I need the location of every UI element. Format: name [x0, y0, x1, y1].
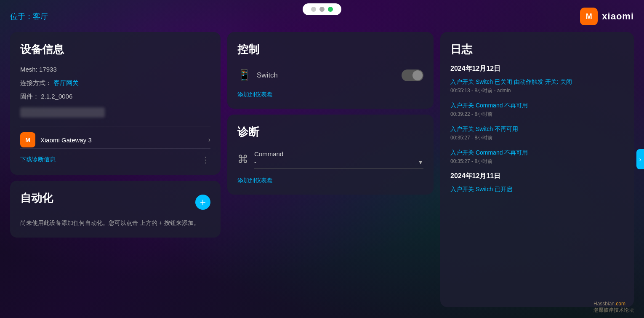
log-entry-2-meta: 00:39:22 - 8小时前	[450, 111, 624, 118]
device-info-card: 设备信息 Mesh: 17933 连接方式： 客厅网关 固件： 2.1.2_00…	[10, 32, 221, 175]
log-entry-2: 入户开关 Command 不再可用 00:39:22 - 8小时前	[450, 101, 624, 118]
log-entry-3: 入户开关 Switch 不再可用 00:35:27 - 8小时前	[450, 125, 624, 142]
device-info-title: 设备信息	[20, 42, 210, 57]
log-entry-5-text[interactable]: 入户开关 Switch 已开启	[450, 185, 624, 194]
brand-name: xiaomi	[602, 11, 634, 22]
watermark-sub: 瀚愿彼岸技术论坛	[593, 307, 634, 313]
automation-description: 尚未使用此设备添加任何自动化。您可以点击 上方的 + 按钮来添加。	[20, 218, 210, 227]
chevron-right-icon: ›	[208, 136, 210, 144]
add-to-dashboard-diag-button[interactable]: 添加到仪表盘	[237, 172, 423, 184]
switch-label: Switch	[257, 71, 278, 80]
side-handle-button[interactable]: ›	[636, 149, 644, 169]
mesh-id-row: Mesh: 17933	[20, 64, 210, 75]
log-card: 日志 2024年12月12日 入户开关 Switch 已关闭 由动作触发 开关:…	[440, 32, 634, 307]
command-value: -	[254, 158, 256, 166]
add-to-dashboard-button[interactable]: 添加到仪表盘	[237, 86, 423, 99]
switch-row: 📱 Switch	[237, 64, 423, 86]
log-entry-4-text[interactable]: 入户开关 Command 不再可用	[450, 148, 624, 157]
download-diag-button[interactable]: 下载诊断信息	[20, 156, 56, 163]
control-card: 控制 📱 Switch 添加到仪表盘	[227, 32, 434, 109]
log-entry-1-meta: 00:55:13 - 8小时前 - admin	[450, 87, 624, 94]
automation-card: 自动化 + 尚未使用此设备添加任何自动化。您可以点击 上方的 + 按钮来添加。	[10, 181, 221, 238]
log-entry-1: 入户开关 Switch 已关闭 由动作触发 开关: 关闭 00:55:13 - …	[450, 77, 624, 94]
firmware-label: 固件：	[20, 93, 39, 100]
log-entry-3-meta: 00:35:27 - 8小时前	[450, 134, 624, 142]
gateway-icon: M	[20, 132, 35, 147]
connection-label: 连接方式：	[20, 79, 52, 86]
left-column: 设备信息 Mesh: 17933 连接方式： 客厅网关 固件： 2.1.2_00…	[10, 32, 221, 307]
dot-gray1	[311, 7, 316, 12]
add-automation-button[interactable]: +	[195, 195, 210, 210]
switch-device-icon: 📱	[237, 69, 251, 82]
gateway-name: Xiaomi Gateway 3	[40, 136, 92, 144]
control-title: 控制	[237, 42, 423, 57]
middle-column: 控制 📱 Switch 添加到仪表盘 诊断 ⌘ Command -	[227, 32, 434, 307]
log-entry-5: 入户开关 Switch 已开启	[450, 185, 624, 194]
firmware-row: 固件： 2.1.2_0006	[20, 91, 210, 102]
watermark-text: Hassbian.com	[593, 301, 625, 307]
command-select[interactable]: Command - ▼	[254, 150, 423, 168]
command-icon: ⌘	[237, 153, 248, 166]
mesh-id-label: Mesh: 17933	[20, 66, 57, 73]
bottom-row: 下载诊断信息 ⋮	[20, 148, 210, 165]
diagnostic-card: 诊断 ⌘ Command - ▼ 添加到仪表盘	[227, 115, 434, 195]
log-title: 日志	[450, 42, 624, 57]
window-bar	[303, 3, 341, 15]
log-entry-4: 入户开关 Command 不再可用 00:35:27 - 8小时前	[450, 148, 624, 165]
dropdown-arrow-icon: ▼	[418, 159, 423, 166]
log-date-1: 2024年12月12日	[450, 64, 624, 73]
mi-icon: M	[580, 8, 598, 25]
automation-header: 自动化 +	[20, 191, 210, 213]
more-options-button[interactable]: ⋮	[201, 155, 210, 165]
connection-link[interactable]: 客厅网关	[53, 79, 79, 86]
main-content: 设备信息 Mesh: 17933 连接方式： 客厅网关 固件： 2.1.2_00…	[0, 25, 644, 314]
log-entry-1-text[interactable]: 入户开关 Switch 已关闭 由动作触发 开关: 关闭	[450, 77, 624, 86]
log-entry-2-text[interactable]: 入户开关 Command 不再可用	[450, 101, 624, 110]
switch-toggle[interactable]	[402, 69, 423, 81]
firmware-value: 2.1.2_0006	[41, 93, 72, 100]
command-row: ⌘ Command - ▼	[237, 147, 423, 172]
gateway-row[interactable]: M Xiaomi Gateway 3 ›	[20, 126, 210, 147]
diagnostic-title: 诊断	[237, 125, 423, 139]
side-handle-arrow-icon: ›	[639, 156, 641, 163]
automation-title: 自动化	[20, 191, 53, 206]
log-entry-3-text[interactable]: 入户开关 Switch 不再可用	[450, 125, 624, 134]
watermark: Hassbian.com 瀚愿彼岸技术论坛	[593, 301, 634, 314]
log-entry-4-meta: 00:35:27 - 8小时前	[450, 158, 624, 165]
command-select-inner[interactable]: - ▼	[254, 158, 423, 168]
connection-row: 连接方式： 客厅网关	[20, 78, 210, 88]
toggle-knob	[412, 70, 423, 80]
location-label: 位于：客厅	[10, 11, 48, 21]
dot-gray2	[319, 7, 325, 12]
brand-logo: M xiaomi	[580, 8, 634, 25]
switch-left: 📱 Switch	[237, 69, 278, 82]
log-date-2: 2024年12月11日	[450, 172, 624, 181]
gateway-left: M Xiaomi Gateway 3	[20, 132, 92, 147]
command-label: Command	[254, 150, 423, 158]
dot-green	[328, 7, 333, 12]
mac-address: 3th. AC.8c. ■	[20, 107, 105, 118]
